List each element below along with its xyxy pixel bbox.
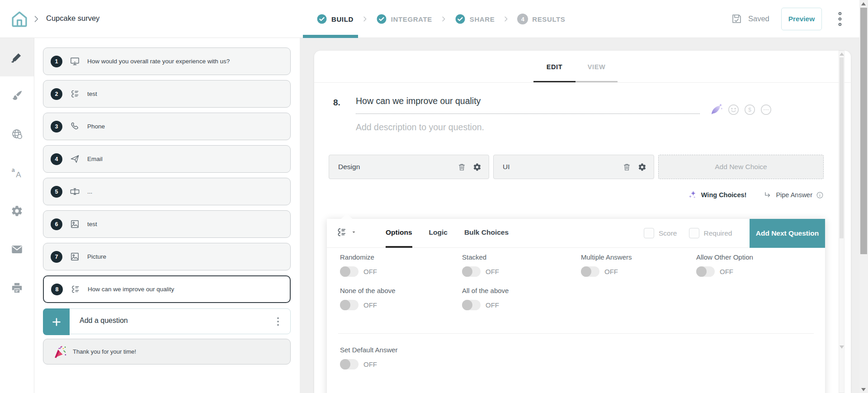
add-question-button[interactable]: Add a question <box>43 308 291 334</box>
question-item[interactable]: 7Picture <box>43 243 291 270</box>
pipe-answer-button[interactable]: Pipe Answer <box>764 191 824 199</box>
step-share[interactable]: SHARE <box>455 14 495 24</box>
step-label: SHARE <box>470 15 495 23</box>
toggle-switch[interactable]: OFF <box>581 266 696 277</box>
rail-item-printer[interactable] <box>0 269 34 307</box>
scroll-up-icon[interactable] <box>840 52 844 56</box>
step-integrate[interactable]: INTEGRATE <box>376 14 432 24</box>
browser-scrollbar[interactable] <box>859 0 868 393</box>
rail-item-translate[interactable]: aA <box>0 153 34 192</box>
browser-scroll-down-icon[interactable] <box>861 387 866 392</box>
kebab-menu-icon[interactable] <box>835 11 845 27</box>
question-item[interactable]: 2test <box>43 80 291 108</box>
toggle-switch[interactable]: OFF <box>462 300 581 310</box>
toggle-switch[interactable]: OFF <box>462 266 581 277</box>
question-item[interactable]: 5... <box>43 178 291 205</box>
question-item[interactable]: 1How would you overall rate your experie… <box>43 47 291 75</box>
scroll-down-icon[interactable] <box>840 345 844 349</box>
options-tab-options[interactable]: Options <box>386 219 412 248</box>
step-label: INTEGRATE <box>391 15 432 23</box>
toggle-track[interactable] <box>696 266 715 277</box>
question-item[interactable]: 8How can we improve our quality <box>43 275 291 303</box>
more-icon[interactable] <box>760 104 772 116</box>
options-tab-logic[interactable]: Logic <box>429 219 448 248</box>
toggle-label: None of the above <box>340 287 462 294</box>
rail-item-mail[interactable] <box>0 230 34 269</box>
choice-item[interactable]: Design <box>329 155 489 179</box>
choice-label: Design <box>338 163 458 171</box>
question-item-label: test <box>87 90 284 97</box>
browser-scroll-up-icon[interactable] <box>861 1 866 6</box>
trash-icon[interactable] <box>623 163 631 171</box>
toggle-track[interactable] <box>340 359 359 369</box>
question-number-badge: 2 <box>51 88 62 100</box>
wing-choices-button[interactable]: Wing Choices! <box>688 190 747 200</box>
home-icon[interactable] <box>10 9 29 28</box>
toggle-track[interactable] <box>581 266 599 277</box>
toggle-track[interactable] <box>340 266 359 277</box>
required-checkbox-box[interactable] <box>689 228 699 238</box>
thank-you-item[interactable]: Thank you for your time! <box>43 339 291 365</box>
choice-item[interactable]: UI <box>493 155 654 179</box>
score-checkbox[interactable]: Score <box>644 228 677 238</box>
saved-label: Saved <box>748 14 769 23</box>
tab-view[interactable]: VIEW <box>576 63 618 83</box>
default-answer-toggle[interactable]: OFF <box>340 359 398 369</box>
breadcrumb-chevron-icon <box>32 14 41 24</box>
options-tabs: OptionsLogicBulk Choices <box>386 219 509 248</box>
ai-feather-icon[interactable] <box>709 102 723 117</box>
survey-title: Cupcake survey <box>46 14 99 23</box>
trash-icon[interactable] <box>458 163 466 171</box>
editor-area: EDIT VIEW 8. How can we improve our qual… <box>300 38 859 393</box>
toggle-track[interactable] <box>340 300 359 310</box>
toggle-track[interactable] <box>462 266 481 277</box>
add-next-question-button[interactable]: Add Next Question <box>750 219 825 248</box>
question-item[interactable]: 6test <box>43 210 291 238</box>
toggle-state: OFF <box>363 301 377 309</box>
content-scrollbar[interactable] <box>839 51 844 393</box>
choice-settings-gear-icon[interactable] <box>473 163 481 171</box>
phone-icon <box>70 121 80 132</box>
description-placeholder[interactable]: Add description to your question. <box>356 122 484 133</box>
choice-helpers: Wing Choices! Pipe Answer <box>329 190 824 200</box>
question-item[interactable]: 3Phone <box>43 113 291 140</box>
toggle-switch[interactable]: OFF <box>696 266 815 277</box>
question-item-label: ... <box>87 188 284 195</box>
toggle-switch[interactable]: OFF <box>340 300 462 310</box>
tab-edit[interactable]: EDIT <box>533 63 576 83</box>
toggle-state: OFF <box>720 268 733 275</box>
browser-scrollbar-thumb[interactable] <box>860 8 867 254</box>
rail-item-pencil[interactable] <box>0 38 34 76</box>
toggle-track[interactable] <box>462 300 481 310</box>
question-title-input[interactable]: How can we improve our quality <box>356 96 700 114</box>
info-icon <box>816 191 824 199</box>
toggle-switch[interactable]: OFF <box>340 266 462 277</box>
score-checkbox-box[interactable] <box>644 228 654 238</box>
emoji-icon[interactable] <box>727 104 740 116</box>
step-results[interactable]: 4RESULTS <box>517 14 565 24</box>
add-new-choice-button[interactable]: Add New Choice <box>658 155 824 179</box>
toggle-state: OFF <box>363 268 377 275</box>
party-popper-icon <box>53 345 67 359</box>
dollar-icon[interactable]: $ <box>744 104 756 116</box>
translate-icon: aA <box>11 166 23 179</box>
question-type-dropdown[interactable] <box>336 227 357 238</box>
add-question-plus[interactable] <box>43 308 70 335</box>
step-label: RESULTS <box>532 15 565 23</box>
choice-settings-gear-icon[interactable] <box>638 163 646 171</box>
preview-button[interactable]: Preview <box>781 8 822 30</box>
options-tab-bulk-choices[interactable]: Bulk Choices <box>464 219 509 248</box>
rail-item-brush[interactable] <box>0 76 34 115</box>
active-step-underline <box>303 35 358 38</box>
step-build[interactable]: BUILD <box>316 14 354 24</box>
globe-icon <box>11 128 23 140</box>
save-icon <box>731 13 743 25</box>
add-question-kebab-icon[interactable] <box>275 317 281 327</box>
rail-item-globe[interactable] <box>0 115 34 153</box>
picture-icon <box>70 251 80 262</box>
required-checkbox[interactable]: Required <box>689 228 732 238</box>
question-item[interactable]: 4Email <box>43 145 291 173</box>
content-scrollbar-thumb[interactable] <box>840 57 844 238</box>
toggle-state: OFF <box>604 268 618 275</box>
rail-item-gear[interactable] <box>0 192 34 230</box>
